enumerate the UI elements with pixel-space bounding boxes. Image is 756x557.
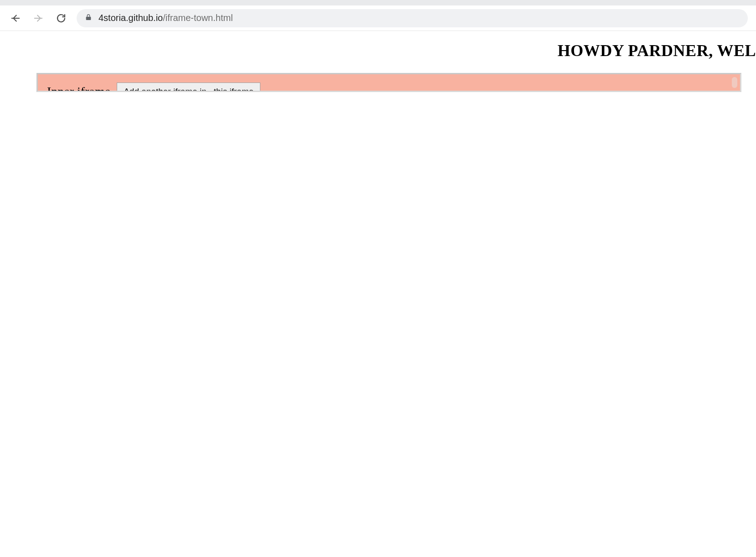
browser-toolbar: 4storia.github.io/iframe-town.html xyxy=(0,5,756,31)
back-button[interactable] xyxy=(8,11,23,26)
url-path: /iframe-town.html xyxy=(163,13,233,23)
reload-icon xyxy=(56,13,67,24)
arrow-right-icon xyxy=(33,13,43,23)
forward-button[interactable] xyxy=(31,11,46,26)
lock-icon xyxy=(85,13,92,23)
url-display: 4storia.github.io/iframe-town.html xyxy=(98,13,233,23)
browser-tab-strip xyxy=(0,0,756,5)
page-content: HOWDY PARDNER, WEL Inner iframe Add anot… xyxy=(0,31,756,41)
inner-iframe-title: Inner iframe xyxy=(47,84,110,92)
reload-button[interactable] xyxy=(54,11,68,26)
page-title: HOWDY PARDNER, WEL xyxy=(558,41,756,60)
outer-iframe: Inner iframe Add another iframe in...thi… xyxy=(36,73,741,92)
arrow-left-icon xyxy=(10,13,21,23)
address-bar[interactable]: 4storia.github.io/iframe-town.html xyxy=(77,9,748,27)
add-iframe-button[interactable]: Add another iframe in...this iframe xyxy=(117,83,260,92)
inner-iframe-header: Inner iframe Add another iframe in...thi… xyxy=(47,83,731,92)
url-host: 4storia.github.io xyxy=(98,13,163,23)
